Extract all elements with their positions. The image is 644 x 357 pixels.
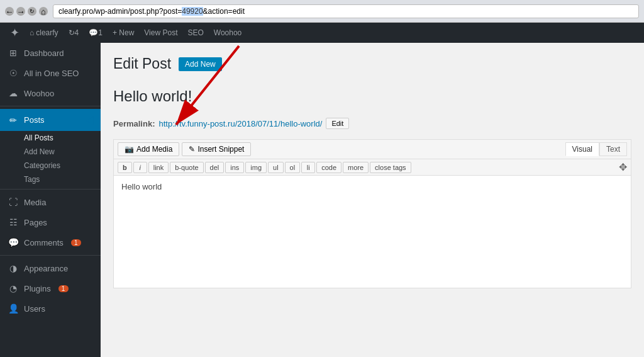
comments-badge: 1 (71, 239, 81, 246)
home-button[interactable]: ⌂ (39, 7, 48, 16)
fmt-italic[interactable]: i (133, 162, 147, 173)
tab-text[interactable]: Text (599, 142, 627, 156)
wp-main-content: Edit Post Add New Hello world! Permalink… (101, 43, 644, 301)
url-highlight: 49920 (182, 7, 203, 16)
wp-admin-bar: ✦ ⌂ clearfy ↻ 4 💬 1 + New View Post SEO … (0, 23, 644, 43)
admin-bar-seo[interactable]: SEO (182, 23, 208, 43)
page-header: Edit Post Add New (113, 55, 631, 72)
add-new-button[interactable]: Add New (179, 57, 222, 71)
insert-snippet-label: Insert Snippet (197, 145, 244, 154)
sidebar-label-add-new: Add New (24, 147, 55, 156)
fmt-ins[interactable]: ins (225, 162, 244, 173)
browser-chrome: ← → ↻ ⌂ clearfy.pro/wp-admin/post.php?po… (0, 0, 644, 23)
appearance-icon: ◑ (8, 263, 19, 273)
back-button[interactable]: ← (5, 7, 14, 16)
fmt-code[interactable]: code (316, 162, 341, 173)
sidebar-item-media[interactable]: ⛶ Media (0, 192, 101, 212)
admin-bar-updates[interactable]: ↻ 4 (64, 23, 84, 43)
sidebar-separator-1 (0, 106, 101, 106)
admin-bar-site-name: clearfy (36, 28, 58, 37)
sidebar-label-woohoo: Woohoo (24, 89, 54, 98)
shield-icon: ☉ (8, 68, 19, 78)
permalink-label: Permalink: (113, 119, 155, 128)
sidebar-label-plugins: Plugins (24, 284, 51, 293)
sidebar-item-dashboard[interactable]: ⊞ Dashboard (0, 43, 101, 63)
url-suffix: &action=edit (203, 7, 245, 16)
sidebar-separator-3 (0, 255, 101, 256)
woohoo-label: Woohoo (214, 28, 242, 37)
editor-area[interactable]: Hello world (113, 175, 631, 288)
wp-logo[interactable]: ✦ (5, 23, 25, 43)
fmt-img[interactable]: img (245, 162, 267, 173)
sidebar-label-pages: Pages (24, 218, 47, 227)
fmt-bquote[interactable]: b-quote (170, 162, 203, 173)
format-bar-buttons: b i link b-quote del ins img ul ol li co… (118, 162, 411, 173)
sidebar-item-posts[interactable]: ✏ Posts ◀ (0, 109, 101, 131)
page-title: Edit Post (113, 55, 171, 72)
sidebar-subitem-categories[interactable]: Categories (0, 159, 101, 173)
sidebar-label-comments: Comments (24, 238, 64, 247)
fmt-more[interactable]: more (343, 162, 369, 173)
reload-button[interactable]: ↻ (28, 7, 36, 16)
view-post-label: View Post (144, 28, 177, 37)
site-icon: ⌂ (30, 28, 34, 37)
sidebar-item-comments[interactable]: 💬 Comments 1 (0, 232, 101, 252)
sidebar-subitem-all-posts[interactable]: All Posts (0, 131, 101, 145)
admin-bar-site[interactable]: ⌂ clearfy (25, 23, 64, 43)
sidebar-label-tags: Tags (24, 175, 40, 184)
fmt-del[interactable]: del (205, 162, 225, 173)
updates-count: 4 (75, 28, 79, 37)
pages-icon: ☷ (8, 217, 19, 227)
editor-tabs: Visual Text (565, 142, 627, 156)
sidebar-item-pages[interactable]: ☷ Pages (0, 212, 101, 232)
sidebar-label-users: Users (24, 304, 45, 314)
fmt-li[interactable]: li (301, 162, 315, 173)
sidebar-item-users[interactable]: 👤 Users (0, 298, 101, 319)
comments-sidebar-icon: 💬 (8, 237, 19, 247)
fmt-close-tags[interactable]: close tags (370, 162, 411, 173)
comments-count: 1 (98, 28, 103, 37)
fmt-link[interactable]: link (148, 162, 169, 173)
tab-visual[interactable]: Visual (565, 142, 599, 156)
add-media-icon: 📷 (125, 145, 134, 154)
permalink-edit-button[interactable]: Edit (326, 118, 349, 129)
dashboard-icon: ⊞ (8, 48, 19, 58)
fmt-bold[interactable]: b (118, 162, 132, 173)
comments-icon: 💬 (89, 28, 98, 37)
plugins-icon: ◔ (8, 283, 19, 293)
sidebar-subitem-tags[interactable]: Tags (0, 173, 101, 186)
sidebar-item-appearance[interactable]: ◑ Appearance (0, 258, 101, 278)
posts-icon: ✏ (8, 115, 19, 125)
plugins-badge: 1 (58, 285, 69, 292)
sidebar-subitem-add-new[interactable]: Add New (0, 145, 101, 159)
updates-icon: ↻ (69, 28, 75, 37)
admin-bar-view-post[interactable]: View Post (139, 23, 182, 43)
admin-bar-woohoo[interactable]: Woohoo (209, 23, 247, 43)
sidebar-item-aio-seo[interactable]: ☉ All in One SEO (0, 63, 101, 83)
wp-main-wrapper: Edit Post Add New Hello world! Permalink… (101, 43, 644, 357)
fullscreen-button[interactable]: ✥ (619, 161, 627, 173)
woohoo-sidebar-icon: ☁ (8, 88, 19, 98)
admin-bar-new[interactable]: + New (108, 23, 139, 43)
seo-label: SEO (187, 28, 203, 37)
fmt-ol[interactable]: ol (285, 162, 301, 173)
sidebar-label-appearance: Appearance (24, 264, 68, 273)
sidebar-item-plugins[interactable]: ◔ Plugins 1 (0, 278, 101, 298)
media-icon: ⛶ (8, 197, 19, 207)
admin-bar-comments[interactable]: 💬 1 (84, 23, 108, 43)
snippet-icon: ✎ (189, 145, 195, 154)
sidebar-label-dashboard: Dashboard (24, 48, 64, 58)
editor-toolbar-top: 📷 Add Media ✎ Insert Snippet Visual Text (113, 139, 631, 159)
wp-layout: ⊞ Dashboard ☉ All in One SEO ☁ Woohoo ✏ … (0, 43, 644, 357)
sidebar-item-woohoo[interactable]: ☁ Woohoo (0, 83, 101, 103)
sidebar-separator-2 (0, 189, 101, 190)
permalink-link[interactable]: http://tv.funny-post.ru/2018/07/11/hello… (158, 119, 322, 128)
fmt-ul[interactable]: ul (268, 162, 284, 173)
forward-button[interactable]: → (16, 7, 25, 16)
add-media-button[interactable]: 📷 Add Media (118, 142, 179, 156)
insert-snippet-button[interactable]: ✎ Insert Snippet (182, 142, 251, 156)
browser-nav-buttons: ← → ↻ ⌂ (5, 7, 48, 16)
permalink-row: Permalink: http://tv.funny-post.ru/2018/… (113, 118, 631, 129)
editor-toolbar-left: 📷 Add Media ✎ Insert Snippet (118, 142, 251, 156)
address-bar[interactable]: clearfy.pro/wp-admin/post.php?post=49920… (53, 4, 639, 18)
